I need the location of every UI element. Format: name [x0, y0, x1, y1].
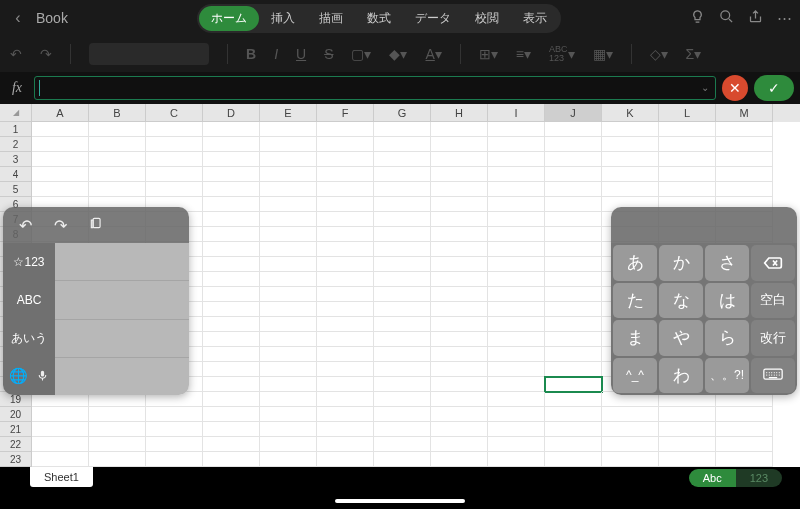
cell[interactable] [659, 152, 716, 167]
cell[interactable] [260, 452, 317, 467]
cell[interactable] [317, 227, 374, 242]
cell[interactable] [488, 332, 545, 347]
cell[interactable] [716, 407, 773, 422]
cell[interactable] [203, 452, 260, 467]
cell[interactable] [32, 122, 89, 137]
column-header[interactable]: E [260, 104, 317, 122]
cell[interactable] [317, 332, 374, 347]
cell[interactable] [32, 182, 89, 197]
cell[interactable] [659, 182, 716, 197]
expand-formula-icon[interactable]: ⌄ [701, 82, 709, 93]
cell[interactable] [203, 197, 260, 212]
cell[interactable] [488, 212, 545, 227]
cell[interactable] [659, 452, 716, 467]
column-header[interactable]: F [317, 104, 374, 122]
cell[interactable] [203, 137, 260, 152]
cell[interactable] [545, 347, 602, 362]
cell[interactable] [260, 152, 317, 167]
cell[interactable] [317, 347, 374, 362]
cell[interactable] [431, 272, 488, 287]
cell[interactable] [431, 407, 488, 422]
cell[interactable] [260, 137, 317, 152]
cell[interactable] [203, 362, 260, 377]
cell[interactable] [89, 122, 146, 137]
cell[interactable] [431, 362, 488, 377]
strikethrough-icon[interactable]: S [324, 46, 333, 62]
column-header[interactable]: K [602, 104, 659, 122]
cell[interactable] [488, 317, 545, 332]
cell[interactable] [431, 347, 488, 362]
column-header[interactable]: A [32, 104, 89, 122]
cell[interactable] [488, 242, 545, 257]
sheet-tab[interactable]: Sheet1 [30, 467, 93, 487]
tab-review[interactable]: 校閲 [463, 6, 511, 31]
cell[interactable] [431, 392, 488, 407]
cell[interactable] [317, 422, 374, 437]
cell[interactable] [317, 242, 374, 257]
share-icon[interactable] [748, 9, 763, 27]
underline-icon[interactable]: U [296, 46, 306, 62]
bold-icon[interactable]: B [246, 46, 256, 62]
tab-home[interactable]: ホーム [199, 6, 259, 31]
cell[interactable] [431, 152, 488, 167]
font-color-icon[interactable]: A▾ [425, 46, 441, 62]
suggestion-row[interactable] [55, 320, 189, 358]
align-icon[interactable]: ≡▾ [516, 46, 531, 62]
row-header[interactable]: 3 [0, 152, 32, 167]
cell[interactable] [374, 317, 431, 332]
cell[interactable] [374, 227, 431, 242]
cell[interactable] [89, 137, 146, 152]
column-header[interactable]: B [89, 104, 146, 122]
cell[interactable] [260, 362, 317, 377]
cell[interactable] [545, 317, 602, 332]
cell[interactable] [89, 167, 146, 182]
cell[interactable] [260, 212, 317, 227]
cell[interactable] [488, 362, 545, 377]
cell[interactable] [203, 392, 260, 407]
cell[interactable] [203, 332, 260, 347]
tab-data[interactable]: データ [403, 6, 463, 31]
cell[interactable] [659, 437, 716, 452]
globe-icon[interactable]: 🌐 [9, 367, 28, 385]
cell[interactable] [488, 257, 545, 272]
cell[interactable] [260, 182, 317, 197]
cell[interactable] [317, 437, 374, 452]
cell[interactable] [146, 122, 203, 137]
cell[interactable] [488, 197, 545, 212]
cell[interactable] [203, 242, 260, 257]
cell[interactable] [374, 257, 431, 272]
fx-label[interactable]: fx [6, 80, 28, 96]
cell-styles-icon[interactable]: ▦▾ [593, 46, 613, 62]
cell[interactable] [203, 347, 260, 362]
cell[interactable] [545, 167, 602, 182]
cell[interactable] [431, 167, 488, 182]
key-return[interactable]: 改行 [751, 320, 795, 356]
cell[interactable] [317, 122, 374, 137]
cell[interactable] [602, 407, 659, 422]
cell[interactable] [716, 437, 773, 452]
cell[interactable] [545, 452, 602, 467]
cell[interactable] [203, 167, 260, 182]
cell[interactable] [374, 392, 431, 407]
cell[interactable] [659, 407, 716, 422]
cell[interactable] [602, 122, 659, 137]
cell[interactable] [260, 302, 317, 317]
cell[interactable] [317, 392, 374, 407]
cell[interactable] [32, 437, 89, 452]
tab-formulas[interactable]: 数式 [355, 6, 403, 31]
cell[interactable] [488, 392, 545, 407]
cell[interactable] [203, 377, 260, 392]
cell[interactable] [545, 257, 602, 272]
cell[interactable] [374, 437, 431, 452]
cell[interactable] [374, 122, 431, 137]
cell[interactable] [431, 287, 488, 302]
cell[interactable] [374, 407, 431, 422]
kb-mode-kana[interactable]: あいう [3, 319, 55, 357]
cell[interactable] [146, 407, 203, 422]
cell[interactable] [374, 347, 431, 362]
cell[interactable] [317, 257, 374, 272]
cell[interactable] [203, 407, 260, 422]
key-ra[interactable]: ら [705, 320, 749, 356]
cell[interactable] [545, 272, 602, 287]
cell[interactable] [488, 152, 545, 167]
